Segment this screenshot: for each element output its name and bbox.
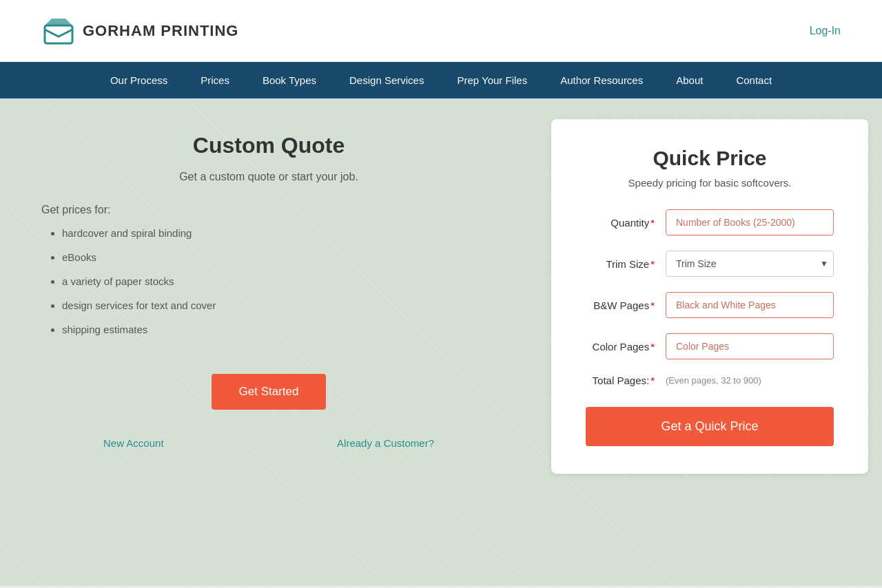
total-pages-row: Total Pages:* (Even pages, 32 to 900) <box>586 375 834 386</box>
quick-price-subtitle: Speedy pricing for basic softcovers. <box>586 177 834 189</box>
nav-item-author-resources[interactable]: Author Resources <box>544 62 659 98</box>
header: GORHAM PRINTING Log-In <box>0 0 882 62</box>
quantity-row: Quantity* <box>586 209 834 235</box>
nav-item-contact[interactable]: Contact <box>719 62 788 98</box>
logo-icon <box>41 17 76 45</box>
quantity-input[interactable] <box>666 209 834 235</box>
total-pages-hint: (Even pages, 32 to 900) <box>666 375 761 386</box>
quantity-label: Quantity* <box>586 217 655 229</box>
logo-area: GORHAM PRINTING <box>41 17 238 45</box>
nav-item-prices[interactable]: Prices <box>184 62 246 98</box>
nav: Our Process Prices Book Types Design Ser… <box>0 62 882 98</box>
list-item: a variety of paper stocks <box>62 274 496 288</box>
color-pages-label: Color Pages* <box>586 341 655 353</box>
custom-quote-title: Custom Quote <box>193 133 345 158</box>
bw-pages-input[interactable] <box>666 292 834 318</box>
nav-item-book-types[interactable]: Book Types <box>246 62 333 98</box>
list-item: design services for text and cover <box>62 298 496 313</box>
trim-size-wrapper: Trim Size 5x8 5.5x8.5 6x9 7x10 8.5x11 ▼ <box>666 251 834 277</box>
quick-price-card: Quick Price Speedy pricing for basic sof… <box>551 119 868 474</box>
trim-size-label: Trim Size* <box>586 258 655 270</box>
list-item: hardcover and spiral binding <box>62 226 496 240</box>
nav-item-about[interactable]: About <box>659 62 719 98</box>
svg-marker-1 <box>45 19 72 25</box>
total-pages-label: Total Pages:* <box>586 375 655 386</box>
nav-item-prep-your-files[interactable]: Prep Your Files <box>440 62 544 98</box>
svg-rect-0 <box>45 25 72 43</box>
main-content: Custom Quote Get a custom quote or start… <box>0 98 882 586</box>
nav-item-design-services[interactable]: Design Services <box>333 62 440 98</box>
get-prices-label: Get prices for: <box>41 204 110 216</box>
logo-text: GORHAM PRINTING <box>83 22 238 40</box>
trim-size-select[interactable]: Trim Size 5x8 5.5x8.5 6x9 7x10 8.5x11 <box>666 251 834 277</box>
color-pages-input[interactable] <box>666 333 834 359</box>
bullet-list: hardcover and spiral binding eBooks a va… <box>41 226 496 346</box>
custom-quote-subtitle: Get a custom quote or start your job. <box>179 171 358 183</box>
new-account-link[interactable]: New Account <box>103 437 164 449</box>
left-panel: Custom Quote Get a custom quote or start… <box>0 98 537 586</box>
quick-price-title: Quick Price <box>586 147 834 170</box>
trim-size-row: Trim Size* Trim Size 5x8 5.5x8.5 6x9 7x1… <box>586 251 834 277</box>
list-item: eBooks <box>62 250 496 264</box>
get-started-button[interactable]: Get Started <box>212 374 327 410</box>
links-row: New Account Already a Customer? <box>103 437 434 449</box>
nav-item-our-process[interactable]: Our Process <box>94 62 184 98</box>
color-pages-row: Color Pages* <box>586 333 834 359</box>
right-panel: Quick Price Speedy pricing for basic sof… <box>537 98 882 586</box>
already-customer-link[interactable]: Already a Customer? <box>337 437 434 449</box>
bw-pages-label: B&W Pages* <box>586 300 655 311</box>
list-item: shipping estimates <box>62 322 496 337</box>
login-link[interactable]: Log-In <box>810 25 841 37</box>
get-quick-price-button[interactable]: Get a Quick Price <box>586 407 834 446</box>
bw-pages-row: B&W Pages* <box>586 292 834 318</box>
